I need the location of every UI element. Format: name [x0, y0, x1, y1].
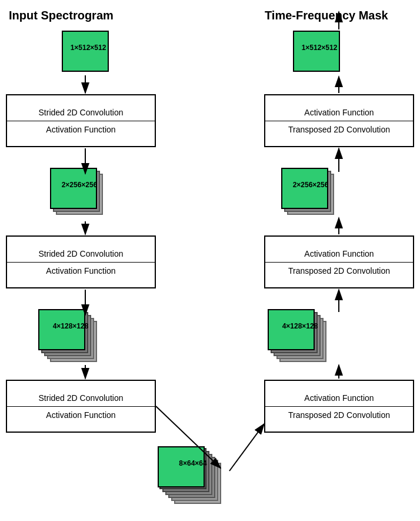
conv-label-2: Strided 2D Convolution	[7, 245, 155, 262]
act-label-1: Activation Function	[7, 121, 155, 138]
act-label-r3: Activation Function	[265, 390, 413, 406]
act-label-r2: Activation Function	[265, 245, 413, 262]
tensor-bottom: 8×64×64	[158, 446, 228, 511]
title-left: Input Spectrogram	[9, 9, 114, 22]
tensor-left-2: 2×256×256	[50, 168, 109, 221]
transp-label-r1: Transposed 2D Convolution	[265, 121, 413, 138]
tensor-left-1: 1×512×512	[62, 31, 115, 78]
box-decoder-1: Activation Function Transposed 2D Convol…	[264, 94, 414, 147]
svg-line-14	[229, 424, 264, 471]
act-label-r1: Activation Function	[265, 104, 413, 121]
box-encoder-3: Strided 2D Convolution Activation Functi…	[6, 380, 156, 433]
transp-label-r3: Transposed 2D Convolution	[265, 407, 413, 423]
title-right: Time-Frequency Mask	[265, 9, 388, 22]
conv-label-3: Strided 2D Convolution	[7, 390, 155, 406]
box-encoder-2: Strided 2D Convolution Activation Functi…	[6, 235, 156, 288]
tensor-right-3: 4×128×128	[268, 309, 332, 368]
box-decoder-3: Activation Function Transposed 2D Convol…	[264, 380, 414, 433]
diagram: Input Spectrogram Time-Frequency Mask St…	[0, 0, 420, 521]
box-decoder-2: Activation Function Transposed 2D Convol…	[264, 235, 414, 288]
tensor-right-2: 2×256×256	[281, 168, 340, 221]
tensor-left-3: 4×128×128	[38, 309, 103, 368]
box-encoder-1: Strided 2D Convolution Activation Functi…	[6, 94, 156, 147]
act-label-3: Activation Function	[7, 407, 155, 423]
transp-label-r2: Transposed 2D Convolution	[265, 263, 413, 279]
conv-label-1: Strided 2D Convolution	[7, 104, 155, 121]
act-label-2: Activation Function	[7, 263, 155, 279]
tensor-right-1: 1×512×512	[293, 31, 346, 78]
